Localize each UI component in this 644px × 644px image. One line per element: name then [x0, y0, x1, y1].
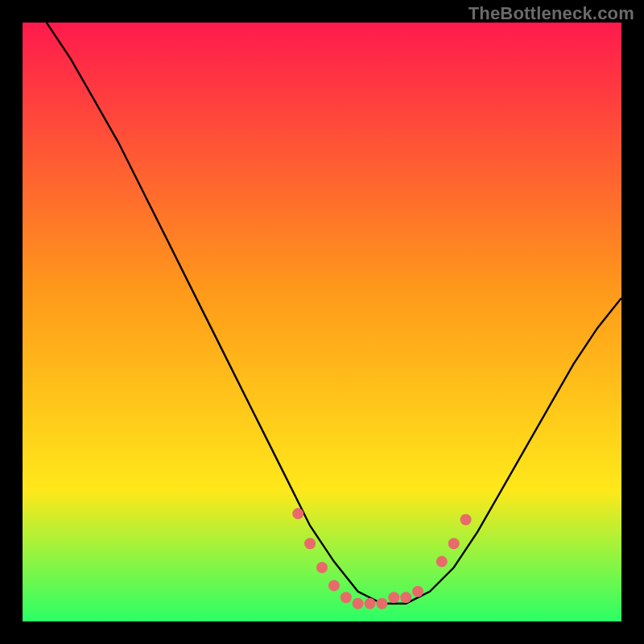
highlight-marker: [292, 508, 303, 519]
highlight-marker: [460, 514, 472, 526]
highlight-marker: [436, 556, 448, 568]
bottleneck-chart: [23, 23, 621, 621]
chart-frame: [23, 23, 621, 621]
watermark-text: TheBottleneck.com: [469, 3, 634, 24]
highlight-marker: [353, 598, 364, 609]
highlight-marker: [412, 586, 423, 597]
highlight-marker: [376, 598, 387, 609]
highlight-marker: [388, 592, 399, 603]
highlight-marker: [316, 562, 328, 573]
highlight-marker: [365, 598, 376, 609]
highlight-marker: [341, 592, 352, 603]
gradient-plot-area: [23, 23, 621, 621]
highlight-marker: [448, 538, 460, 549]
highlight-marker: [328, 580, 340, 591]
highlight-marker: [304, 538, 316, 549]
highlight-marker: [400, 592, 411, 603]
